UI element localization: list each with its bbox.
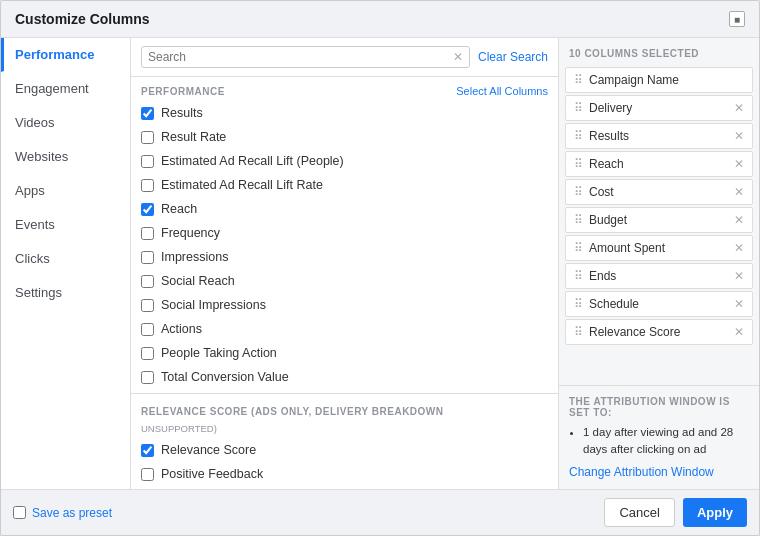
selected-item-label: Budget xyxy=(589,213,728,227)
selected-item-label: Relevance Score xyxy=(589,325,728,339)
selected-columns-list: ⠿ Campaign Name ⠿ Delivery ✕ ⠿ Results ✕… xyxy=(559,65,759,385)
drag-handle-icon: ⠿ xyxy=(574,241,583,255)
selected-item-amount-spent[interactable]: ⠿ Amount Spent ✕ xyxy=(565,235,753,261)
checkbox-frequency[interactable]: Frequency xyxy=(131,221,558,245)
selected-columns-header: 10 COLUMNS SELECTED xyxy=(559,38,759,65)
sidebar-item-clicks[interactable]: Clicks xyxy=(1,242,130,276)
modal-header: Customize Columns ■ xyxy=(1,1,759,38)
relevance-section-note: UNSUPPORTED) xyxy=(131,421,558,438)
checkbox-people-taking-action-label: People Taking Action xyxy=(161,346,277,360)
checkbox-social-reach-label: Social Reach xyxy=(161,274,235,288)
selected-item-cost[interactable]: ⠿ Cost ✕ xyxy=(565,179,753,205)
checkbox-positive-feedback-label: Positive Feedback xyxy=(161,467,263,481)
modal-body: Performance Engagement Videos Websites A… xyxy=(1,38,759,489)
modal-footer: Save as preset Cancel Apply xyxy=(1,489,759,535)
checkbox-result-rate-label: Result Rate xyxy=(161,130,226,144)
modal-close-button[interactable]: ■ xyxy=(729,11,745,27)
checkbox-relevance-score[interactable]: Relevance Score xyxy=(131,438,558,462)
selected-item-relevance-score[interactable]: ⠿ Relevance Score ✕ xyxy=(565,319,753,345)
checkbox-reach-label: Reach xyxy=(161,202,197,216)
remove-relevance-score-button[interactable]: ✕ xyxy=(734,325,744,339)
selected-item-label: Schedule xyxy=(589,297,728,311)
remove-amount-spent-button[interactable]: ✕ xyxy=(734,241,744,255)
selected-item-label: Ends xyxy=(589,269,728,283)
selected-item-label: Reach xyxy=(589,157,728,171)
cancel-button[interactable]: Cancel xyxy=(604,498,674,527)
selected-item-reach[interactable]: ⠿ Reach ✕ xyxy=(565,151,753,177)
attribution-box: THE ATTRIBUTION WINDOW IS SET TO: 1 day … xyxy=(559,385,759,490)
remove-ends-button[interactable]: ✕ xyxy=(734,269,744,283)
drag-handle-icon: ⠿ xyxy=(574,73,583,87)
selected-item-label: Campaign Name xyxy=(589,73,744,87)
remove-cost-button[interactable]: ✕ xyxy=(734,185,744,199)
sidebar-item-events[interactable]: Events xyxy=(1,208,130,242)
sidebar-item-websites[interactable]: Websites xyxy=(1,140,130,174)
select-all-button[interactable]: Select All Columns xyxy=(456,85,548,97)
checkbox-results-label: Results xyxy=(161,106,203,120)
selected-item-label: Amount Spent xyxy=(589,241,728,255)
checkbox-total-conversion-value-label: Total Conversion Value xyxy=(161,370,289,384)
footer-buttons: Cancel Apply xyxy=(604,498,747,527)
selected-item-label: Delivery xyxy=(589,101,728,115)
attribution-body: 1 day after viewing ad and 28 days after… xyxy=(569,424,749,459)
remove-results-button[interactable]: ✕ xyxy=(734,129,744,143)
column-list: ✕ Clear Search PERFORMANCE Select All Co… xyxy=(131,38,559,489)
search-clear-icon[interactable]: ✕ xyxy=(453,50,463,64)
checkbox-social-impressions[interactable]: Social Impressions xyxy=(131,293,558,317)
sidebar-item-settings[interactable]: Settings xyxy=(1,276,130,310)
remove-reach-button[interactable]: ✕ xyxy=(734,157,744,171)
selected-item-delivery[interactable]: ⠿ Delivery ✕ xyxy=(565,95,753,121)
selected-item-ends[interactable]: ⠿ Ends ✕ xyxy=(565,263,753,289)
apply-button[interactable]: Apply xyxy=(683,498,747,527)
selected-item-schedule[interactable]: ⠿ Schedule ✕ xyxy=(565,291,753,317)
checkbox-positive-feedback[interactable]: Positive Feedback xyxy=(131,462,558,486)
checkbox-social-reach[interactable]: Social Reach xyxy=(131,269,558,293)
checkbox-total-conversion-value[interactable]: Total Conversion Value xyxy=(131,365,558,389)
checkbox-actions[interactable]: Actions xyxy=(131,317,558,341)
drag-handle-icon: ⠿ xyxy=(574,297,583,311)
remove-budget-button[interactable]: ✕ xyxy=(734,213,744,227)
drag-handle-icon: ⠿ xyxy=(574,101,583,115)
performance-section-header: PERFORMANCE Select All Columns xyxy=(131,77,558,101)
checkbox-reach[interactable]: Reach xyxy=(131,197,558,221)
remove-delivery-button[interactable]: ✕ xyxy=(734,101,744,115)
checkbox-people-taking-action[interactable]: People Taking Action xyxy=(131,341,558,365)
column-list-body: PERFORMANCE Select All Columns Results R… xyxy=(131,77,558,489)
checkbox-frequency-label: Frequency xyxy=(161,226,220,240)
selected-item-results[interactable]: ⠿ Results ✕ xyxy=(565,123,753,149)
drag-handle-icon: ⠿ xyxy=(574,213,583,227)
performance-section-label: PERFORMANCE xyxy=(141,86,225,97)
checkbox-result-rate[interactable]: Result Rate xyxy=(131,125,558,149)
selected-item-label: Cost xyxy=(589,185,728,199)
checkbox-actions-label: Actions xyxy=(161,322,202,336)
attribution-title: THE ATTRIBUTION WINDOW IS SET TO: xyxy=(569,396,749,418)
attribution-description: 1 day after viewing ad and 28 days after… xyxy=(583,424,749,459)
selected-item-campaign-name[interactable]: ⠿ Campaign Name xyxy=(565,67,753,93)
save-preset-label[interactable]: Save as preset xyxy=(32,506,112,520)
search-input[interactable] xyxy=(148,50,453,64)
right-panel: 10 COLUMNS SELECTED ⠿ Campaign Name ⠿ De… xyxy=(559,38,759,489)
relevance-section-header: RELEVANCE SCORE (ADS ONLY, DELIVERY BREA… xyxy=(131,398,558,421)
checkbox-estimated-ad-recall[interactable]: Estimated Ad Recall Lift (People) xyxy=(131,149,558,173)
sidebar-item-videos[interactable]: Videos xyxy=(1,106,130,140)
checkbox-estimated-ad-recall-rate[interactable]: Estimated Ad Recall Lift Rate xyxy=(131,173,558,197)
customize-columns-modal: Customize Columns ■ Performance Engageme… xyxy=(0,0,760,536)
save-preset-container[interactable]: Save as preset xyxy=(13,506,112,520)
drag-handle-icon: ⠿ xyxy=(574,129,583,143)
checkbox-impressions[interactable]: Impressions xyxy=(131,245,558,269)
clear-search-button[interactable]: Clear Search xyxy=(478,50,548,64)
sidebar-item-performance[interactable]: Performance xyxy=(1,38,130,72)
sidebar-item-engagement[interactable]: Engagement xyxy=(1,72,130,106)
checkbox-results[interactable]: Results xyxy=(131,101,558,125)
selected-item-budget[interactable]: ⠿ Budget ✕ xyxy=(565,207,753,233)
selected-item-label: Results xyxy=(589,129,728,143)
checkbox-relevance-score-label: Relevance Score xyxy=(161,443,256,457)
checkbox-estimated-ad-recall-label: Estimated Ad Recall Lift (People) xyxy=(161,154,344,168)
change-attribution-window-link[interactable]: Change Attribution Window xyxy=(569,465,714,479)
checkbox-social-impressions-label: Social Impressions xyxy=(161,298,266,312)
sidebar-item-apps[interactable]: Apps xyxy=(1,174,130,208)
search-box: ✕ xyxy=(141,46,470,68)
save-preset-checkbox[interactable] xyxy=(13,506,26,519)
sidebar: Performance Engagement Videos Websites A… xyxy=(1,38,131,489)
remove-schedule-button[interactable]: ✕ xyxy=(734,297,744,311)
